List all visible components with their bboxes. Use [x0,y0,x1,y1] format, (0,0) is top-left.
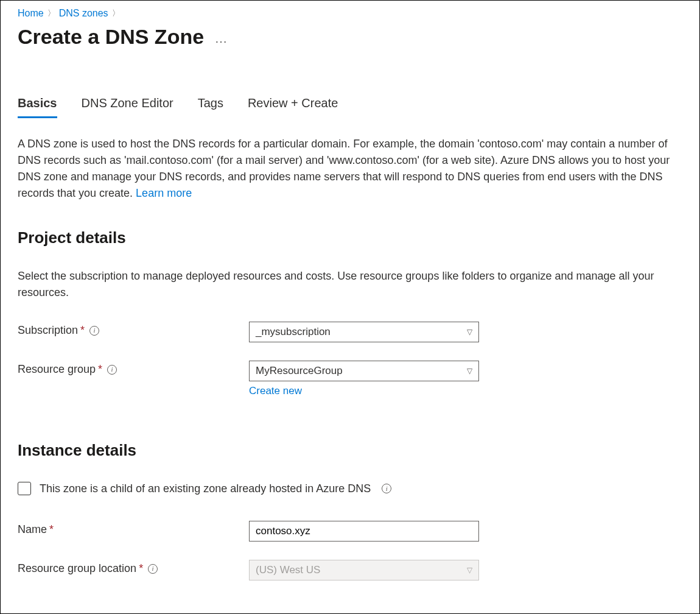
required-indicator: * [98,363,102,376]
project-details-heading: Project details [18,228,682,247]
tab-basics[interactable]: Basics [18,96,57,118]
project-details-description: Select the subscription to manage deploy… [18,268,681,301]
rg-location-value: (US) West US [256,564,320,576]
name-label: Name * [18,521,249,536]
resource-group-value: MyResourceGroup [256,365,343,377]
rg-location-dropdown: (US) West US ▽ [249,560,479,580]
name-input[interactable] [249,521,479,542]
chevron-down-icon: ▽ [467,566,472,574]
required-indicator: * [80,324,85,337]
chevron-down-icon: ▽ [467,367,472,375]
more-actions-icon[interactable]: ⋯ [215,34,228,49]
child-zone-checkbox[interactable] [18,482,31,495]
info-icon[interactable]: i [107,365,117,375]
learn-more-link[interactable]: Learn more [136,187,192,199]
breadcrumb-dns-zones[interactable]: DNS zones [59,8,108,19]
instance-details-heading: Instance details [18,441,682,460]
chevron-right-icon: 〉 [47,8,55,19]
required-indicator: * [49,523,54,536]
chevron-down-icon: ▽ [467,328,472,336]
tab-tags[interactable]: Tags [198,96,223,118]
intro-text: A DNS zone is used to host the DNS recor… [18,136,681,202]
page-title: Create a DNS Zone [18,25,204,49]
chevron-right-icon: 〉 [112,8,120,19]
subscription-label: Subscription * i [18,322,249,337]
child-zone-label: This zone is a child of an existing zone… [40,482,371,495]
resource-group-label: Resource group * i [18,361,249,376]
info-icon[interactable]: i [89,326,99,336]
info-icon[interactable]: i [382,484,391,493]
tab-review-create[interactable]: Review + Create [248,96,338,118]
breadcrumb: Home 〉 DNS zones 〉 [18,8,682,19]
subscription-dropdown[interactable]: _mysubscription ▽ [249,322,479,342]
subscription-value: _mysubscription [256,326,331,338]
required-indicator: * [139,562,143,575]
resource-group-dropdown[interactable]: MyResourceGroup ▽ [249,361,479,381]
tab-dns-zone-editor[interactable]: DNS Zone Editor [82,96,173,118]
breadcrumb-home[interactable]: Home [18,8,44,19]
info-icon[interactable]: i [148,564,158,574]
rg-location-label: Resource group location * i [18,560,249,575]
tabs: Basics DNS Zone Editor Tags Review + Cre… [18,96,682,119]
create-new-link[interactable]: Create new [249,385,479,397]
